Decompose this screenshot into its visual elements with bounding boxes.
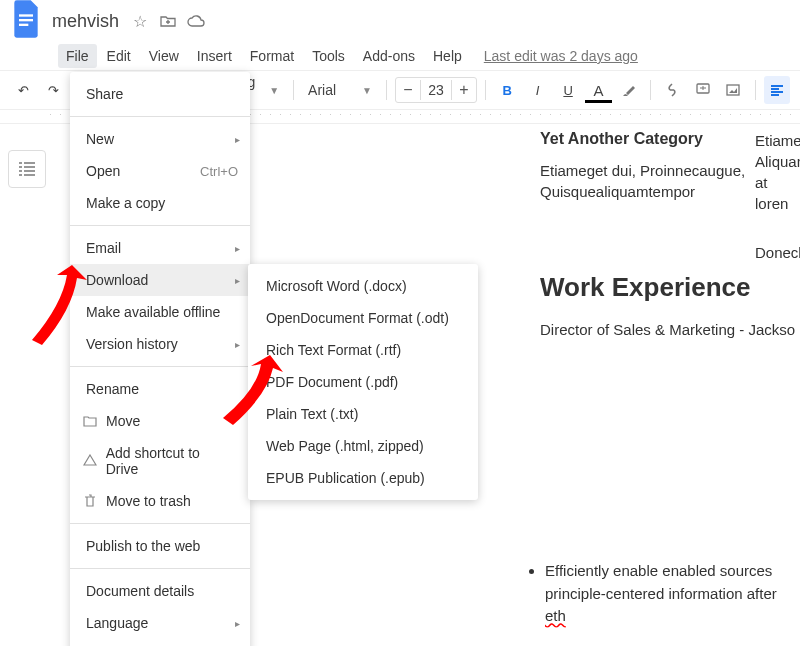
font-family-dropdown[interactable]: Arial▼ (302, 76, 378, 104)
side-text-2: Aliquan (755, 151, 800, 172)
menu-view[interactable]: View (141, 44, 187, 68)
bullet-1: Efficiently enable enabled sources princ… (545, 560, 795, 628)
menu-make-copy[interactable]: Make a copy (70, 187, 250, 219)
bold-button[interactable]: B (494, 76, 520, 104)
side-text-4: Donecl (755, 242, 800, 263)
menu-open[interactable]: OpenCtrl+O (70, 155, 250, 187)
font-size-increase[interactable]: + (452, 81, 476, 99)
drive-shortcut-icon (80, 454, 100, 468)
image-icon[interactable] (720, 76, 746, 104)
italic-button[interactable]: I (524, 76, 550, 104)
outline-toggle-icon[interactable] (8, 150, 46, 188)
submenu-epub[interactable]: EPUB Publication (.epub) (248, 462, 478, 494)
move-icon (80, 415, 100, 427)
link-icon[interactable] (659, 76, 685, 104)
submenu-html[interactable]: Web Page (.html, zipped) (248, 430, 478, 462)
menu-edit[interactable]: Edit (99, 44, 139, 68)
menu-tools[interactable]: Tools (304, 44, 353, 68)
menu-offline[interactable]: Make available offline (70, 296, 250, 328)
svg-rect-0 (19, 14, 33, 16)
menu-download[interactable]: Download▸ (70, 264, 250, 296)
bullet-2: Efficiently innovate opewssource in (545, 642, 795, 647)
menu-language[interactable]: Language▸ (70, 607, 250, 639)
menu-file[interactable]: File (58, 44, 97, 68)
submenu-docx[interactable]: Microsoft Word (.docx) (248, 270, 478, 302)
menu-insert[interactable]: Insert (189, 44, 240, 68)
menu-help[interactable]: Help (425, 44, 470, 68)
docs-logo[interactable] (12, 0, 52, 42)
move-folder-icon[interactable] (159, 12, 177, 30)
side-text-1: Etiame (755, 130, 800, 151)
menu-page-setup[interactable]: Page setup (70, 639, 250, 646)
comment-icon[interactable] (690, 76, 716, 104)
menu-format[interactable]: Format (242, 44, 302, 68)
menu-details[interactable]: Document details (70, 575, 250, 607)
menu-addons[interactable]: Add-ons (355, 44, 423, 68)
menu-trash[interactable]: Move to trash (70, 485, 250, 517)
menu-publish[interactable]: Publish to the web (70, 530, 250, 562)
last-edit-link[interactable]: Last edit was 2 days ago (484, 48, 638, 64)
underline-button[interactable]: U (555, 76, 581, 104)
work-subtitle: Director of Sales & Marketing - Jackso (540, 321, 800, 338)
redo-icon[interactable]: ↷ (40, 76, 66, 104)
font-size-decrease[interactable]: − (396, 81, 420, 99)
text-color-button[interactable]: A (585, 76, 611, 104)
trash-icon (80, 494, 100, 508)
font-size-stepper[interactable]: − 23 + (395, 77, 477, 103)
font-size-value[interactable]: 23 (420, 80, 452, 100)
align-left-icon[interactable] (764, 76, 790, 104)
menu-add-shortcut[interactable]: Add shortcut to Drive (70, 437, 250, 485)
star-icon[interactable]: ☆ (131, 12, 149, 30)
menu-share[interactable]: Share (70, 78, 250, 110)
svg-rect-2 (19, 24, 28, 26)
font-label: Arial (308, 82, 336, 98)
undo-icon[interactable]: ↶ (10, 76, 36, 104)
submenu-odt[interactable]: OpenDocument Format (.odt) (248, 302, 478, 334)
menu-email[interactable]: Email▸ (70, 232, 250, 264)
annotation-arrow-1 (22, 260, 92, 350)
svg-rect-1 (19, 19, 33, 21)
annotation-arrow-2 (215, 350, 285, 430)
menu-new[interactable]: New▸ (70, 123, 250, 155)
cloud-icon[interactable] (187, 12, 205, 30)
doc-title[interactable]: mehvish (52, 11, 119, 32)
highlight-button[interactable] (616, 76, 642, 104)
work-experience-heading: Work Experience (540, 272, 800, 303)
svg-rect-4 (727, 85, 739, 95)
side-text-3: at loren (755, 172, 800, 214)
